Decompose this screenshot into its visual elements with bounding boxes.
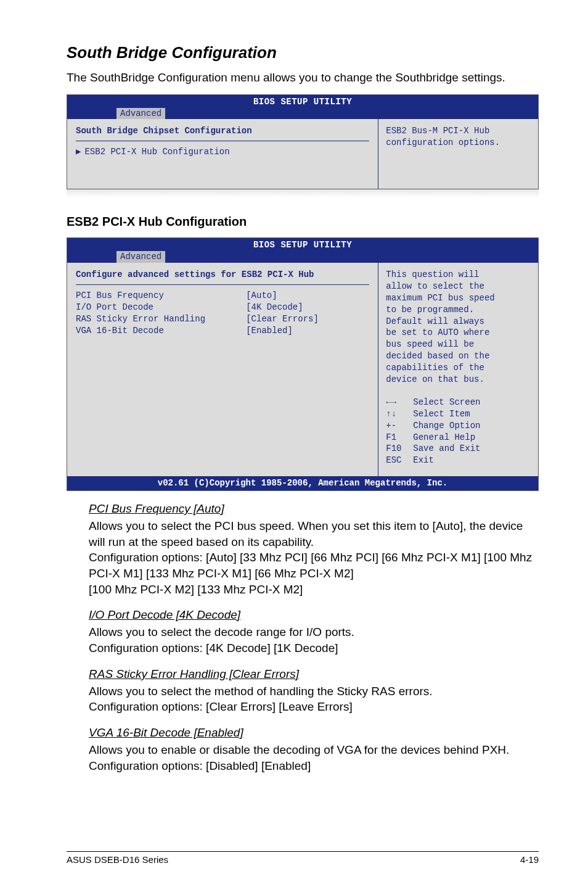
submenu-arrow-icon: ▶ [76,146,81,158]
option-value: [Clear Errors] [246,313,369,325]
item-block: RAS Sticky Error Handling [Clear Errors]… [67,667,539,715]
bios-window-2: BIOS SETUP UTILITY Advanced Configure ad… [67,237,539,491]
item-para: Allows you to select the decode range fo… [89,624,539,640]
key-desc: Select Screen [413,397,480,408]
help-line: Default will always [386,316,531,328]
separator [76,141,369,141]
item-para: Configuration options: [Auto] [33 Mhz PC… [89,550,539,581]
left-heading: Configure advanced settings for ESB2 PCI… [76,269,369,281]
footer-left: ASUS DSEB-D16 Series [67,854,168,865]
section-title: South Bridge Configuration [67,43,539,62]
key-help-row: ↑↓Select Item [386,408,531,420]
key-desc: Exit [413,455,434,466]
option-value: [Auto] [246,290,369,302]
key: +- [386,420,413,432]
footer-page-number: 4-19 [520,854,539,865]
option-row[interactable]: I/O Port Decode[4K Decode] [76,302,369,313]
bios-header: BIOS SETUP UTILITY Advanced [67,95,538,120]
option-row[interactable]: VGA 16-Bit Decode[Enabled] [76,325,369,337]
option-label: VGA 16-Bit Decode [76,325,246,337]
bios-header-title: BIOS SETUP UTILITY [67,96,538,108]
item-heading: PCI Bus Frequency [Auto] [89,502,539,516]
key-help-block: ←→Select Screen ↑↓Select Item +-Change O… [386,397,531,466]
bios-header-title: BIOS SETUP UTILITY [67,239,538,251]
help-line: device on that bus. [386,374,531,386]
page-footer: ASUS DSEB-D16 Series 4-19 [67,851,539,865]
submenu-label: ESB2 PCI-X Hub Configuration [84,146,229,158]
help-line: configuration options. [386,137,531,149]
sub-heading: ESB2 PCI-X Hub Configuration [67,215,539,229]
tab-advanced[interactable]: Advanced [116,108,165,120]
separator [76,284,369,285]
help-line: This question will [386,269,531,281]
option-label: RAS Sticky Error Handling [76,313,246,325]
item-heading: VGA 16-Bit Decode [Enabled] [89,726,539,740]
help-line: bus speed will be [386,339,531,350]
help-line: maximum PCI bus speed [386,292,531,304]
left-heading: South Bridge Chipset Configuration [76,125,369,137]
bios-left-pane: South Bridge Chipset Configuration ▶ ESB… [67,119,378,189]
key-help-row: F1General Help [386,432,531,444]
item-heading: I/O Port Decode [4K Decode] [89,608,539,622]
item-para: Allows you to select the PCI bus speed. … [89,518,539,550]
key: ESC [386,455,413,466]
shadow [67,189,539,197]
key-help-row: ESCExit [386,455,531,466]
help-line: to be programmed. [386,304,531,316]
key-desc: Save and Exit [413,443,480,455]
key-desc: Select Item [413,408,470,420]
key-desc: General Help [413,432,475,444]
bios-header: BIOS SETUP UTILITY Advanced [67,238,538,263]
option-row[interactable]: RAS Sticky Error Handling[Clear Errors] [76,313,369,325]
help-line: capabilities of the [386,362,531,374]
option-value: [Enabled] [246,325,369,337]
key-help-row: F10Save and Exit [386,443,531,455]
help-line: be set to AUTO where [386,327,531,339]
key: F10 [386,443,413,455]
item-para: Configuration options: [Clear Errors] [L… [89,699,539,715]
bios-right-pane: ESB2 Bus-M PCI-X Hub configuration optio… [378,119,538,189]
option-row[interactable]: PCI Bus Frequency[Auto] [76,290,369,302]
item-block: I/O Port Decode [4K Decode] Allows you t… [67,608,539,656]
item-para: Allows you to enable or disable the deco… [89,742,539,774]
key-help-row: ←→Select Screen [386,397,531,408]
item-block: VGA 16-Bit Decode [Enabled] Allows you t… [67,726,539,774]
item-para: Configuration options: [4K Decode] [1K D… [89,640,539,656]
bios-footer: v02.61 (C)Copyright 1985-2006, American … [67,476,538,490]
key: F1 [386,432,413,444]
tab-advanced[interactable]: Advanced [116,251,165,263]
key: ↑↓ [386,408,413,420]
help-line: allow to select the [386,281,531,292]
key-help-row: +-Change Option [386,420,531,432]
option-label: I/O Port Decode [76,302,246,313]
key: ←→ [386,397,413,408]
item-para: Allows you to select the method of handl… [89,683,539,699]
key-desc: Change Option [413,420,480,432]
help-line: ESB2 Bus-M PCI-X Hub [386,125,531,137]
bios-left-pane: Configure advanced settings for ESB2 PCI… [67,263,378,476]
item-para: [100 Mhz PCI-X M2] [133 Mhz PCI-X M2] [89,582,539,598]
help-line: decided based on the [386,350,531,362]
item-heading: RAS Sticky Error Handling [Clear Errors] [89,667,539,681]
intro-text: The SouthBridge Configuration menu allow… [67,70,539,86]
item-block: PCI Bus Frequency [Auto] Allows you to s… [67,502,539,597]
bios-right-pane: This question will allow to select the m… [378,263,538,476]
bios-window-1: BIOS SETUP UTILITY Advanced South Bridge… [67,94,539,190]
option-label: PCI Bus Frequency [76,290,246,302]
option-value: [4K Decode] [246,302,369,313]
submenu-row[interactable]: ▶ ESB2 PCI-X Hub Configuration [76,146,369,158]
